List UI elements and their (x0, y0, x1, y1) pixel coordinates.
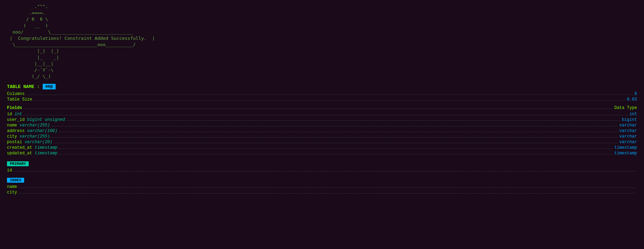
fields-header-dots (23, 105, 613, 109)
index-badge: INDEX (7, 178, 24, 183)
field-row: created_at timestamptimestamp (7, 145, 637, 150)
columns-value: 8 (635, 91, 637, 96)
index-key-label: name (7, 184, 17, 189)
primary-key-row: id (7, 168, 637, 173)
field-data-type: varchar (620, 129, 637, 133)
table-name-badge: emp (43, 84, 56, 89)
terminal-container: .""". .====. / 6 6 \ ( __ ) ooo/ \______… (7, 3, 637, 195)
field-name: updated_at timestamp (7, 151, 57, 156)
columns-row: Columns 8 (7, 91, 637, 96)
field-data-type: timestamp (614, 145, 637, 150)
table-size-label: Table Size (7, 97, 32, 102)
field-dots (59, 151, 613, 154)
field-data-type: timestamp (614, 151, 637, 156)
field-row: city varchar(255)varchar (7, 134, 637, 139)
field-dots (66, 117, 621, 121)
fields-header-value: Data Type (614, 105, 637, 110)
field-name: created_at timestamp (7, 145, 57, 150)
field-name: postal varchar(20) (7, 140, 52, 145)
index-key-dots (19, 190, 636, 193)
field-row: postal varchar(20)varchar (7, 140, 637, 145)
field-name: city varchar(255) (7, 134, 50, 139)
field-row: user_id bigint unsignedbigint (7, 117, 637, 122)
primary-section: PRIMARY id (7, 159, 637, 173)
table-size-row: Table Size 0.03 (7, 97, 637, 102)
field-data-type: bigint (622, 117, 637, 122)
field-data-type: varchar (620, 134, 637, 139)
field-dots (51, 123, 618, 126)
table-name-label: TABLE NAME : (7, 84, 40, 89)
ascii-robot: .""". .====. / 6 6 \ ( __ ) ooo/ \______… (7, 3, 637, 80)
field-row: updated_at timestamptimestamp (7, 151, 637, 156)
field-row: id intint (7, 112, 637, 117)
field-dots (23, 112, 628, 115)
field-dots (51, 134, 618, 138)
index-key-label: city (7, 190, 17, 195)
fields-header-row: Fields Data Type (7, 105, 637, 110)
field-dots (59, 129, 618, 132)
ascii-art-section: .""". .====. / 6 6 \ ( __ ) ooo/ \______… (7, 3, 637, 80)
field-data-type: varchar (620, 123, 637, 128)
index-section: INDEX namecity (7, 176, 637, 195)
columns-label: Columns (7, 91, 24, 96)
primary-key-label: id (7, 168, 12, 173)
field-dots (59, 145, 613, 149)
index-key-row: city (7, 190, 637, 195)
table-size-dots (34, 97, 625, 101)
field-name: name varchar(255) (7, 123, 50, 128)
fields-list: id intintuser_id bigint unsignedbigintna… (7, 112, 637, 156)
table-size-value: 0.03 (627, 97, 637, 102)
field-name: user_id bigint unsigned (7, 117, 65, 122)
primary-key-dots (13, 168, 636, 171)
field-row: address varchar(100)varchar (7, 129, 637, 133)
index-key-row: name (7, 184, 637, 189)
columns-dots (26, 91, 633, 95)
field-name: id int (7, 112, 22, 117)
primary-badge: PRIMARY (7, 161, 29, 166)
field-name: address varchar(100) (7, 129, 57, 133)
table-name-section: TABLE NAME : emp (7, 84, 637, 89)
field-data-type: int (629, 112, 637, 117)
index-key-dots (19, 184, 636, 188)
fields-header-label: Fields (7, 105, 22, 110)
field-dots (54, 140, 618, 143)
field-data-type: varchar (620, 140, 637, 145)
field-row: name varchar(255)varchar (7, 123, 637, 128)
